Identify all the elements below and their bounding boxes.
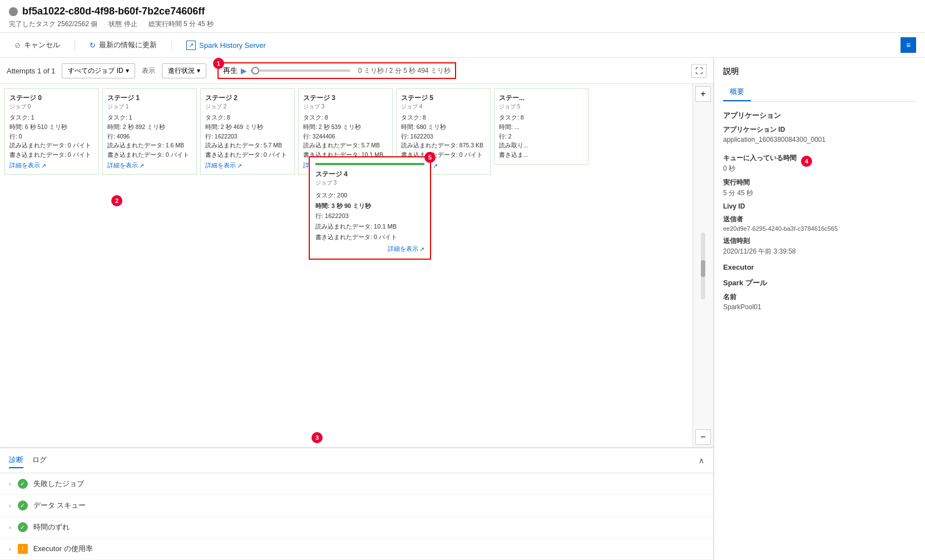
play-label: 再生 [223,66,238,76]
stage-graph: 2 ステージ 0 ジョブ 0 タスク: 1 時間: 6 秒 510 ミリ秒 行:… [0,84,713,448]
badge-3: 3 [311,432,323,443]
stage4-detail-link[interactable]: 詳細を表示 ↗ [315,245,424,253]
prop-app-id-value: application_1606380084300_0001 [723,136,916,143]
diag-label-3: Executor の使用率 [33,544,93,554]
play-icon[interactable]: ▶ [241,66,247,75]
app-meta: 完了したタスク 2562/2562 個 状態 停止 総実行時間 5 分 45 秒 [9,19,916,29]
diag-item-executor-usage[interactable]: › ! Executor の使用率 [0,538,713,560]
stages-container: 2 ステージ 0 ジョブ 0 タスク: 1 時間: 6 秒 510 ミリ秒 行:… [0,84,692,447]
prop-sender-value: ee20d9e7-6295-4240-ba3f-c3784616c565 [723,225,916,232]
diag-item-data-skew[interactable]: › ✓ データ スキュー [0,495,713,517]
diag-item-time-skew[interactable]: › ✓ 時間のずれ [0,517,713,538]
left-panel: Attempts 1 of 1 すべてのジョブ ID ▾ 表示 進行状況 ▾ 1… [0,58,714,560]
play-section: 1 再生 ▶ 0 ミリ秒 / 2 分 5 秒 494 ミリ秒 [217,62,456,79]
diag-label-2: 時間のずれ [33,522,70,532]
expand-icon-2: › [9,524,11,531]
toolbar-separator [75,39,75,51]
stage-card-0: ステージ 0 ジョブ 0 タスク: 1 時間: 6 秒 510 ミリ秒 行: 0… [4,88,99,175]
stage-0-read: 読み込まれたデータ: 0 バイト [9,141,94,150]
stage-2-title: ステージ 2 [205,93,290,103]
stage-1-job: ジョブ 1 [107,103,192,111]
timeline-slider[interactable] [250,70,350,72]
chevron-down-icon: ▾ [126,67,129,75]
v-scroll-track[interactable] [701,232,705,299]
tab-diagnostics[interactable]: 診断 [9,453,23,468]
app-title: bf5a1022-c80d-4f98-b60f-7b2ce74606ff [22,6,205,17]
check-icon-2: ✓ [18,522,28,532]
tasks-completed: 完了したタスク 2562/2562 個 [9,19,97,29]
stage-5-title: ステージ 5 [401,93,486,103]
refresh-button[interactable]: ↻ 最新の情報に更新 [84,38,162,52]
slider-thumb [251,67,259,75]
cancel-button[interactable]: ⊘ キャンセル [9,38,66,52]
prop-app-id-label: アプリケーション ID [723,125,916,135]
stage-1-detail-link[interactable]: 詳細を表示 ↗ [107,162,192,170]
badge-5: 5 [424,152,436,163]
stage-overflow-meta: タスク: 8 時間: ... 行: 2 読み取り... 書き込ま... [499,113,583,160]
prop-livy-id-label: Livy ID [723,202,916,210]
diag-header: 診断 ログ ∧ [0,448,713,473]
diag-item-failed-jobs[interactable]: › ✓ 失敗したジョブ [0,473,713,495]
progress-label: 進行状況 [168,66,195,76]
progress-dropdown[interactable]: 進行状況 ▾ [162,63,206,78]
stage-overflow-job: ジョブ 5 [499,103,583,111]
refresh-icon: ↻ [90,41,96,49]
prop-spark-pool-label: Spark プール [723,278,916,288]
stage-card-1: ステージ 1 ジョブ 1 タスク: 1 時間: 2 秒 892 ミリ秒 行: 4… [102,88,197,175]
badge-2: 2 [111,195,122,206]
stage-0-rows: 行: 0 [9,132,94,141]
stage4-progress-bar [315,163,424,165]
diag-label-1: データ スキュー [33,500,86,511]
collapse-button[interactable]: ∧ [699,456,704,465]
status-circle-icon [9,7,18,16]
check-icon-0: ✓ [18,479,28,489]
prop-send-time-label: 送信時刻 [723,236,916,246]
zoom-out-button[interactable]: − [695,429,711,445]
tab-overview[interactable]: 概要 [723,83,751,101]
expand-icon-0: › [9,480,11,487]
prop-queue-time-value: 0 秒 [723,164,797,174]
total-time: 総実行時間 5 分 45 秒 [149,19,214,29]
stage-1-meta: タスク: 1 時間: 2 秒 892 ミリ秒 行: 4096 読み込まれたデータ… [107,113,192,160]
history-server-label: Spark History Server [199,41,266,49]
attempts-text: Attempts 1 of 1 [7,67,55,75]
prop-sender-label: 送信者 [723,215,916,224]
stage4-job: ジョブ 3 [315,179,424,187]
prop-exec-time-label: 実行時間 [723,178,916,187]
stage-0-meta: タスク: 1 時間: 6 秒 510 ミリ秒 行: 0 読み込まれたデータ: 0… [9,113,94,160]
expand-icon-1: › [9,502,11,509]
stage-0-write: 書き込まれたデータ: 0 バイト [9,150,94,160]
stage-0-detail-link[interactable]: 詳細を表示 ↗ [9,162,94,170]
toolbar: ⊘ キャンセル ↻ 最新の情報に更新 ↗ Spark History Serve… [0,33,925,58]
v-scroll-thumb [701,260,705,277]
app-title-row: bf5a1022-c80d-4f98-b60f-7b2ce74606ff [9,6,916,17]
right-panel-toggle-icon[interactable]: ≡ [901,37,916,53]
check-icon-1: ✓ [18,500,28,511]
stage-3-meta: タスク: 8 時間: 2 秒 539 ミリ秒 行: 3244406 読み込まれた… [303,113,388,160]
stage-0-title: ステージ 0 [9,93,94,103]
vertical-scroll-area [701,104,705,427]
display-label: 表示 [142,66,155,76]
app-status: 状態 停止 [108,19,137,29]
stage-2-detail-link[interactable]: 詳細を表示 ↗ [205,162,290,170]
cancel-label: キャンセル [24,40,60,50]
stage-5-job: ジョブ 4 [401,103,486,111]
prop-send-time-value: 2020/11/26 午前 3:39:58 [723,247,916,256]
stage-card-overflow: ステー... ジョブ 5 タスク: 8 時間: ... 行: 2 読み取り...… [494,88,588,165]
stage-2-meta: タスク: 8 時間: 2 秒 469 ミリ秒 行: 1622203 読み込まれた… [205,113,290,160]
stage-3-job: ジョブ 3 [303,103,388,111]
stage-1-title: ステージ 1 [107,93,192,103]
zoom-in-button[interactable]: + [695,86,711,102]
expand-icon-3: › [9,546,11,552]
tab-logs[interactable]: ログ [32,453,47,468]
stage4-popup: 5 ステージ 4 ジョブ 3 タスク: 200 時間: 3 秒 90 ミリ秒 行… [309,156,431,260]
history-server-button[interactable]: ↗ Spark History Server [181,38,271,52]
prop-pool-name-value: SparkPool01 [723,303,916,311]
scroll-controls: + − [692,84,713,447]
attempts-bar: Attempts 1 of 1 すべてのジョブ ID ▾ 表示 進行状況 ▾ 1… [0,58,713,84]
fullscreen-button[interactable]: ⛶ [691,64,706,78]
external-link-icon: ↗ [186,41,196,50]
stage-card-2: ステージ 2 ジョブ 2 タスク: 8 時間: 2 秒 469 ミリ秒 行: 1… [200,88,295,175]
stage4-title: ステージ 4 [315,170,424,179]
all-jobs-dropdown[interactable]: すべてのジョブ ID ▾ [62,63,135,78]
